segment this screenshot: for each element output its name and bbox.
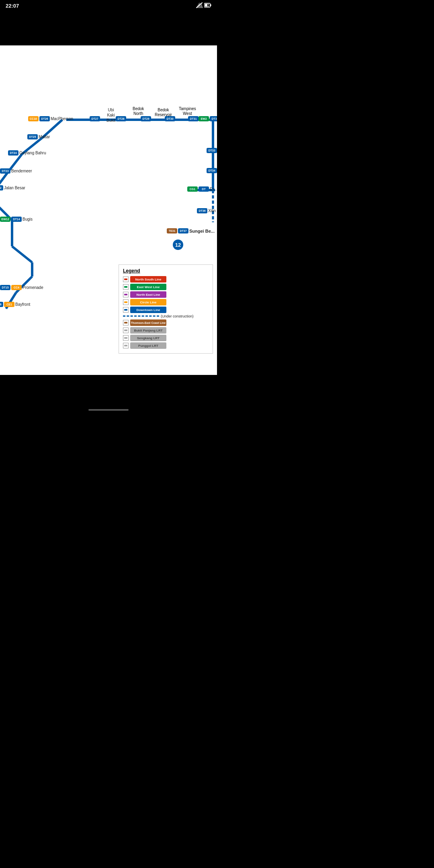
badge-dt14: DT14	[11, 217, 22, 222]
label-expo: Ex...	[210, 187, 217, 191]
legend-icon-dtl	[123, 307, 129, 313]
legend-item-ewl: East West Line	[123, 284, 209, 290]
badge-cg1: CG1	[187, 186, 198, 192]
badge-dt15: DT15	[0, 285, 10, 290]
legend-line-ewl: East West Line	[130, 284, 166, 290]
label-bugis: Bugis	[23, 217, 33, 221]
badge-ew12: EW12	[0, 217, 10, 222]
status-icons	[196, 2, 211, 9]
legend-item-nel: North East Line	[123, 291, 209, 298]
label-mattar: Mattar	[39, 135, 50, 139]
station-ubi-label: Ubi Kaki Bukit	[106, 108, 115, 123]
badge-cc4: CC4	[11, 285, 22, 290]
station-sungeibedok: TE31 DT37 Sungei Be...	[167, 228, 215, 233]
station-macpherson: CC10 DT26 MacPherson	[28, 116, 73, 121]
badge-dt34: DT34	[207, 168, 217, 173]
label-tampineswest2: West	[179, 111, 196, 116]
svg-rect-32	[124, 337, 127, 339]
legend-icon-ccl	[123, 299, 129, 305]
signal-icon	[196, 2, 203, 9]
top-black-area	[0, 11, 217, 45]
label-macpherson: MacPherson	[51, 117, 73, 121]
legend-item-uc: (Under construction)	[123, 314, 209, 318]
legend-item-tel: Thomson-East Coast Line	[123, 319, 209, 326]
station-geylangbahru: DT24 Geylang Bahru	[8, 150, 46, 156]
map-area: CC10 DT26 MacPherson DT27 Ubi Kaki Bukit…	[0, 45, 217, 375]
badge-cc10: CC10	[28, 116, 39, 121]
station-dt30: DT30	[165, 116, 175, 121]
label-jalanbesar: Jalan Besar	[4, 186, 25, 190]
badge-ce1: CE1	[4, 302, 14, 307]
bottom-black-bar	[0, 375, 217, 405]
badge-dt36: DT36	[197, 208, 207, 213]
station-expo: CG1 DT Ex...	[187, 186, 217, 192]
label-tampineswest: Tampines	[179, 106, 196, 111]
legend-line-dtl: Downtown Line	[130, 307, 166, 313]
station-xilin: DT36 Xilin	[197, 208, 216, 213]
legend-item-sklrt: Sengkang LRT	[123, 335, 209, 341]
legend-icon-tel	[123, 320, 129, 326]
legend-line-nel: North East Line	[130, 291, 166, 298]
station-dt34: DT34	[207, 168, 217, 173]
label-promenade: Promenade	[23, 285, 43, 290]
legend-item-nsl: North South Line	[123, 276, 209, 283]
svg-line-20	[12, 246, 32, 262]
legend-item-ccl: Circle Line	[123, 299, 209, 305]
badge-ew2: EW2	[199, 116, 209, 121]
station-mattar: DT25 Mattar	[27, 134, 50, 139]
label-bayfront: Bayfront	[15, 302, 30, 307]
svg-rect-25	[124, 278, 127, 280]
station-dt31: DT31	[188, 116, 199, 121]
badge-dt30: DT30	[165, 116, 175, 121]
badge-dt24: DT24	[8, 150, 18, 156]
badge-dt35: DT	[199, 186, 209, 192]
circle-12: 12	[173, 240, 183, 250]
label-bedokreservoir: Bedok	[155, 108, 172, 113]
badge-dt23: DT23	[0, 168, 10, 174]
circle-num-12: 12	[173, 240, 183, 250]
legend-line-tel: Thomson-East Coast Line	[130, 319, 166, 326]
label-bendemeer: Bendemeer	[11, 169, 32, 173]
station-dt28: DT28	[116, 116, 126, 121]
label-bedoknorth2: North	[133, 111, 144, 116]
legend-icon-nsl	[123, 276, 129, 282]
legend-icon-sklrt	[123, 335, 129, 341]
legend-line-pglrt: Punggol LRT	[130, 342, 166, 349]
battery-icon	[204, 3, 211, 8]
legend-line-sklrt: Sengkang LRT	[130, 335, 166, 341]
label-sungeibedok: Sungei Be...	[189, 229, 215, 233]
label-ubi: Ubi	[108, 108, 114, 112]
svg-rect-28	[124, 301, 127, 303]
legend-icon-ewl	[123, 284, 129, 290]
legend-item-bplrt: Bukit Panjang LRT	[123, 327, 209, 334]
legend-label-uc: (Under construction)	[161, 314, 194, 318]
svg-line-22	[16, 276, 32, 293]
legend-line-ccl: Circle Line	[130, 299, 166, 305]
svg-rect-30	[124, 322, 127, 323]
svg-rect-29	[124, 309, 127, 311]
legend-line-bplrt: Bukit Panjang LRT	[130, 327, 166, 334]
badge-dt16: DT16	[0, 302, 3, 307]
label-bedoknorth: Bedok	[133, 106, 144, 111]
station-ew2dt32: EW2 DT32	[199, 116, 217, 121]
station-dt29: DT29	[141, 116, 151, 121]
status-bar: 22:07	[0, 0, 217, 11]
station-dt33: DT33	[207, 148, 217, 153]
legend-dashed	[123, 315, 159, 317]
station-jalanbesar: DT22 Jalan Besar	[0, 185, 25, 190]
legend-icon-bplrt	[123, 328, 129, 333]
legend-item-pglrt: Punggol LRT	[123, 342, 209, 349]
legend-item-dtl: Downtown Line	[123, 307, 209, 313]
station-promenade: DT15 CC4 Promenade	[0, 285, 43, 290]
station-bendemeer: DT23 Bendemeer	[0, 168, 32, 174]
legend-box: Legend North South Line East West Line N…	[119, 264, 213, 354]
badge-dt28: DT28	[116, 116, 126, 121]
label-bedoknorth-container: Bedok North	[133, 106, 144, 116]
label-kakibukit2: Bukit	[106, 118, 115, 123]
badge-dt29: DT29	[141, 116, 151, 121]
home-bar[interactable]	[88, 409, 129, 411]
label-kakibukit: Kaki	[107, 113, 115, 117]
badge-dt22: DT22	[0, 185, 3, 190]
legend-line-nsl: North South Line	[130, 276, 166, 283]
station-dt27: DT27	[90, 116, 100, 121]
